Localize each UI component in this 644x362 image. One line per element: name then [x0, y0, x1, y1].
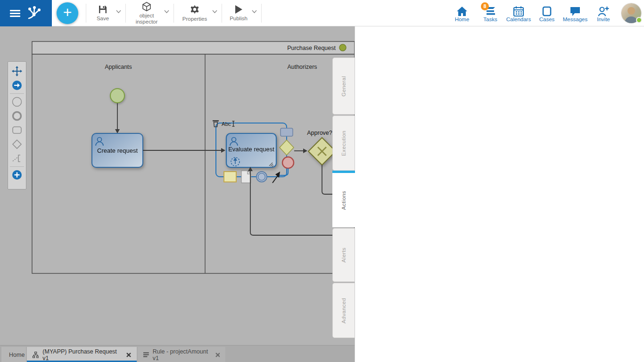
quick-task-handle[interactable] [281, 128, 293, 136]
add-button[interactable]: + [57, 2, 78, 24]
task-create-request[interactable]: Create request [92, 133, 143, 167]
lane-label-authorizers: Authorizers [287, 64, 317, 70]
tab-advanced[interactable]: Advanced [332, 283, 355, 338]
task-create-label: Create request [97, 147, 138, 154]
properties-panel [355, 26, 644, 362]
process-icon [33, 352, 39, 358]
main-menu[interactable] [0, 0, 52, 26]
play-icon [234, 5, 243, 14]
close-tab-icon[interactable] [215, 353, 220, 357]
shape-palette [8, 61, 26, 189]
message-bubble-icon [570, 6, 581, 16]
object-inspector-button[interactable]: object inspector [126, 0, 173, 26]
task-evaluate-label: Evaluate request [228, 146, 274, 153]
hamburger-icon[interactable] [10, 10, 20, 17]
cases-icon [542, 6, 552, 16]
pool-purchase-request[interactable]: Purchase Request Applicants Authorizers [32, 41, 355, 273]
start-event[interactable] [110, 89, 124, 103]
global-nav: Home 8 Tasks Calendars [448, 0, 641, 26]
save-icon [98, 5, 107, 14]
doc-tab-process[interactable]: (MYAPP) Purchase Request v1 [27, 347, 137, 362]
nav-tasks[interactable]: 8 Tasks [476, 4, 504, 22]
nav-invite[interactable]: Invite [589, 4, 618, 22]
chevron-down-icon[interactable] [164, 10, 169, 13]
quick-copy-handle[interactable] [241, 171, 251, 183]
connector-tool[interactable] [9, 78, 25, 92]
palette-divider [10, 166, 24, 167]
properties-button[interactable]: Properties [174, 0, 222, 26]
quick-end-handle[interactable] [282, 157, 294, 168]
app-logo-icon [26, 5, 42, 21]
status-dot [636, 17, 642, 23]
tab-general[interactable]: General [332, 58, 355, 115]
pool-status-dot [339, 44, 346, 51]
task-tool[interactable] [9, 123, 25, 137]
calendar-icon [513, 6, 524, 16]
task-evaluate-request[interactable]: Evaluate request [226, 133, 276, 167]
rename-hint[interactable]: Abc [222, 121, 231, 127]
nav-calendars[interactable]: Calendars [504, 4, 533, 22]
chevron-down-icon[interactable] [252, 10, 257, 13]
nav-cases[interactable]: Cases [533, 4, 561, 22]
annotation-tool[interactable] [9, 151, 25, 165]
palette-divider [10, 93, 24, 94]
chevron-down-icon[interactable] [116, 10, 121, 13]
tab-actions[interactable]: Actions [332, 171, 355, 227]
home-icon [456, 6, 468, 16]
app-root: Purchase Request Applicants Authorizers … [0, 0, 644, 362]
nav-messages[interactable]: Messages [561, 4, 589, 22]
nav-home[interactable]: Home [448, 4, 476, 22]
cube-icon [142, 2, 151, 11]
gateway-tool[interactable] [9, 137, 25, 151]
top-toolbar: + Save [0, 0, 644, 26]
gateway-label: Approve? [307, 130, 332, 136]
publish-button[interactable]: Publish [222, 0, 261, 26]
pool-title: Purchase Request [287, 45, 336, 51]
add-shape-tool[interactable] [9, 168, 25, 182]
user-avatar[interactable] [621, 3, 641, 23]
quick-intermediate-handle[interactable] [256, 172, 267, 182]
tab-execution[interactable]: Execution [332, 115, 355, 171]
document-tools: Save object inspector [86, 0, 262, 26]
gear-icon [190, 4, 200, 15]
end-event-tool[interactable] [9, 109, 25, 123]
move-tool[interactable] [9, 64, 25, 78]
process-canvas[interactable]: Purchase Request Applicants Authorizers … [0, 26, 355, 345]
tab-alerts[interactable]: Alerts [332, 228, 355, 282]
tasks-badge: 8 [481, 2, 489, 10]
lane-label-applicants: Applicants [105, 64, 132, 70]
person-plus-icon [598, 6, 609, 16]
chevron-down-icon[interactable] [212, 10, 217, 13]
doc-tab-home[interactable]: Home [1, 347, 26, 362]
close-tab-icon[interactable] [126, 353, 131, 357]
rule-list-icon [143, 352, 149, 357]
quick-yellow-task-handle[interactable] [224, 172, 236, 182]
save-button[interactable]: Save [86, 0, 125, 26]
doc-tab-rule[interactable]: Rule - projectAmount v1 [138, 347, 225, 362]
start-event-tool[interactable] [9, 95, 25, 109]
open-documents-bar: Home (MYAPP) Purchase Request v1 Rule - … [0, 345, 355, 362]
